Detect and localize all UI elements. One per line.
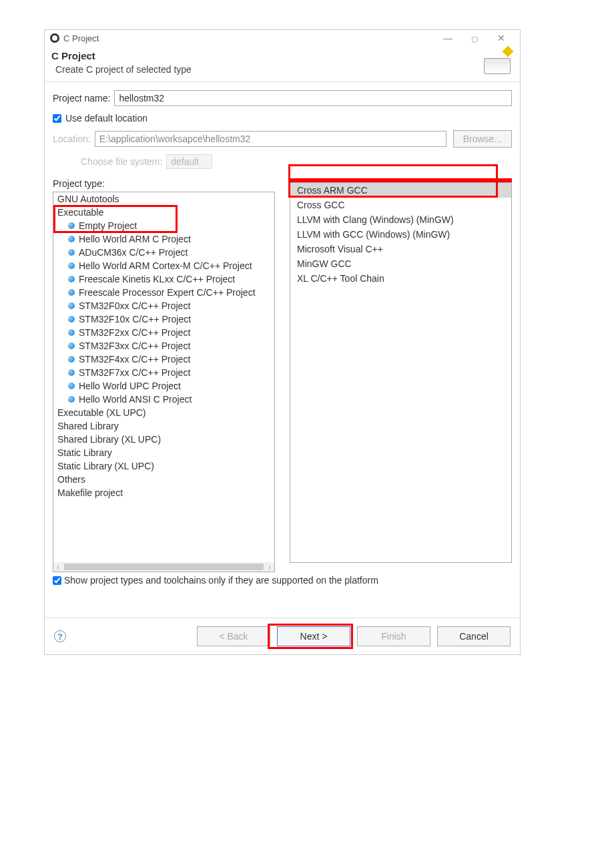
project-type-item[interactable]: Executable (XL UPC) [53, 406, 274, 419]
use-default-location-label: Use default location [65, 113, 147, 124]
toolchain-item[interactable]: MinGW GCC [290, 256, 511, 271]
project-name-label: Project name: [53, 93, 110, 103]
location-input [95, 131, 446, 147]
project-type-item[interactable]: Shared Library [53, 419, 274, 433]
wizard-banner-icon [479, 47, 513, 77]
project-bullet-icon [68, 343, 75, 349]
toolchain-item[interactable]: LLVM with GCC (Windows) (MinGW) [290, 227, 511, 242]
page-subtitle: Create C project of selected type [55, 64, 513, 75]
project-type-item[interactable]: Static Library (XL UPC) [53, 459, 274, 473]
project-type-item[interactable]: STM32F7xx C/C++ Project [53, 366, 274, 379]
project-type-item[interactable]: Others [53, 473, 274, 486]
toolchain-item[interactable]: LLVM with Clang (Windows) (MinGW) [290, 212, 511, 227]
project-type-item[interactable]: Executable [53, 206, 274, 219]
browse-button: Browse... [453, 130, 512, 148]
project-name-input[interactable] [114, 90, 512, 106]
project-type-item[interactable]: STM32F4xx C/C++ Project [53, 353, 274, 366]
project-type-item[interactable]: Freescale Processor Expert C/C++ Project [53, 286, 274, 299]
project-type-item[interactable]: Freescale Kinetis KLxx C/C++ Project [53, 272, 274, 286]
project-type-item-label: Empty Project [79, 220, 137, 231]
maximize-button[interactable] [461, 33, 488, 43]
scroll-left-icon[interactable]: ‹ [53, 564, 63, 571]
project-type-item-label: Executable [57, 207, 103, 218]
project-type-item[interactable]: Shared Library (XL UPC) [53, 433, 274, 446]
project-type-item-label: Executable (XL UPC) [57, 407, 146, 418]
project-type-item[interactable]: Static Library [53, 446, 274, 459]
project-type-item-label: Static Library (XL UPC) [57, 461, 154, 471]
wizard-footer: ? < Back Next > Finish Cancel [45, 618, 520, 654]
project-type-item-label: STM32F3xx C/C++ Project [79, 341, 190, 351]
project-type-item[interactable]: Hello World UPC Project [53, 379, 274, 393]
use-default-location-input[interactable] [53, 114, 61, 123]
project-type-item[interactable]: Hello World ANSI C Project [53, 393, 274, 406]
project-type-item-label: Hello World ANSI C Project [79, 394, 192, 405]
project-type-item[interactable]: STM32F2xx C/C++ Project [53, 326, 274, 339]
toolchain-item[interactable]: XL C/C++ Tool Chain [290, 271, 511, 286]
project-type-item[interactable]: STM32F3xx C/C++ Project [53, 339, 274, 353]
titlebar: C Project [45, 30, 520, 46]
project-type-item-label: STM32F0xx C/C++ Project [79, 300, 190, 311]
app-icon [50, 33, 59, 43]
project-type-item[interactable]: Empty Project [53, 219, 274, 232]
project-type-item-label: Makefile project [57, 487, 123, 498]
project-bullet-icon [68, 383, 75, 389]
horizontal-scrollbar[interactable]: ‹ › [53, 562, 274, 572]
cancel-button[interactable]: Cancel [437, 626, 511, 646]
project-type-item-label: Shared Library (XL UPC) [57, 434, 161, 445]
project-bullet-icon [68, 369, 75, 376]
project-type-item-label: STM32F10x C/C++ Project [79, 314, 191, 324]
close-button[interactable] [488, 33, 515, 43]
project-type-item-label: Freescale Processor Expert C/C++ Project [79, 287, 256, 298]
finish-button: Finish [357, 626, 430, 646]
window-title: C Project [63, 33, 434, 43]
project-type-listbox[interactable]: GNU AutotoolsExecutableEmpty ProjectHell… [53, 192, 275, 572]
project-type-item-label: STM32F2xx C/C++ Project [79, 327, 190, 338]
project-bullet-icon [68, 329, 75, 336]
wizard-body: Project name: Use default location Locat… [45, 81, 520, 618]
toolchain-item[interactable]: Cross ARM GCC [290, 183, 511, 198]
project-type-item-label: Hello World ARM C Project [79, 234, 191, 244]
project-bullet-icon [68, 276, 75, 282]
scroll-right-icon[interactable]: › [265, 564, 274, 571]
toolchain-item[interactable]: Cross GCC [290, 198, 511, 212]
toolchains-listbox[interactable]: Cross ARM GCCCross GCCLLVM with Clang (W… [290, 182, 512, 563]
toolchain-item[interactable]: Microsoft Visual C++ [290, 242, 511, 256]
filesystem-label: Choose file system: [81, 156, 162, 167]
filesystem-select: default [166, 154, 212, 169]
project-type-item-label: STM32F4xx C/C++ Project [79, 354, 190, 365]
project-bullet-icon [68, 222, 75, 229]
project-type-item-label: Hello World ARM Cortex-M C/C++ Project [79, 260, 252, 271]
scroll-thumb[interactable] [64, 564, 264, 570]
project-type-item[interactable]: Makefile project [53, 486, 274, 499]
supported-only-checkbox[interactable]: Show project types and toolchains only i… [53, 575, 512, 586]
project-type-item[interactable]: Hello World ARM Cortex-M C/C++ Project [53, 259, 274, 272]
project-type-item[interactable]: ADuCM36x C/C++ Project [53, 246, 274, 259]
project-type-item-label: Hello World UPC Project [79, 381, 181, 391]
project-type-item[interactable]: GNU Autotools [53, 192, 274, 206]
project-type-item-label: STM32F7xx C/C++ Project [79, 367, 190, 378]
project-type-item-label: Static Library [57, 447, 112, 458]
project-bullet-icon [68, 236, 75, 242]
help-icon[interactable]: ? [54, 630, 66, 642]
project-type-item[interactable]: Hello World ARM C Project [53, 232, 274, 246]
back-button: < Back [197, 626, 270, 646]
project-bullet-icon [68, 302, 75, 309]
use-default-location-checkbox[interactable]: Use default location [53, 113, 512, 124]
project-type-item-label: Shared Library [57, 421, 119, 431]
location-label: Location: [53, 134, 91, 144]
project-bullet-icon [68, 249, 75, 256]
project-type-item[interactable]: STM32F10x C/C++ Project [53, 312, 274, 326]
project-type-item-label: Freescale Kinetis KLxx C/C++ Project [79, 274, 235, 284]
project-type-item-label: ADuCM36x C/C++ Project [79, 247, 188, 258]
next-button[interactable]: Next > [277, 626, 350, 646]
wizard-header: C Project Create C project of selected t… [45, 46, 520, 81]
page-title: C Project [51, 50, 513, 61]
project-type-item-label: Others [57, 474, 85, 485]
project-type-label: Project type: [53, 178, 275, 189]
project-bullet-icon [68, 356, 75, 363]
supported-only-input[interactable] [53, 576, 61, 585]
supported-only-label: Show project types and toolchains only i… [64, 575, 378, 586]
project-type-item[interactable]: STM32F0xx C/C++ Project [53, 299, 274, 312]
minimize-button[interactable] [434, 33, 461, 43]
project-bullet-icon [68, 396, 75, 403]
